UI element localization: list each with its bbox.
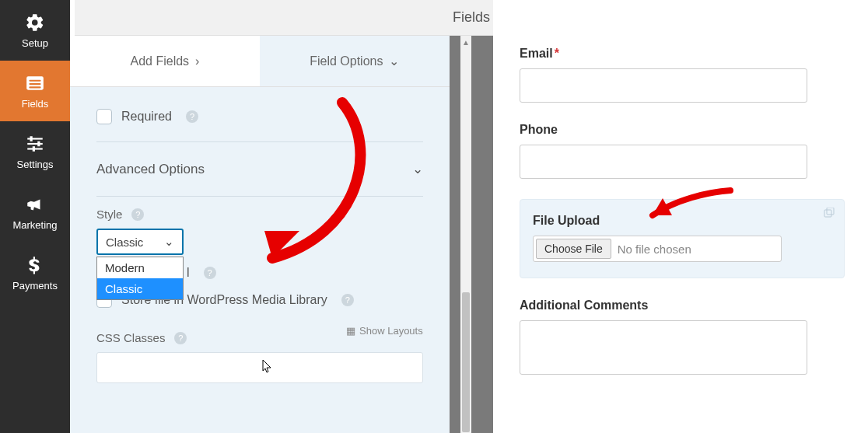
tab-add-fields[interactable]: Add Fields › xyxy=(70,36,260,86)
tab-label: Add Fields xyxy=(130,54,189,68)
style-label-row: Style ? xyxy=(96,208,423,221)
show-layouts-link[interactable]: ▦ Show Layouts xyxy=(346,325,423,337)
form-preview: Email* Phone File Upload Choose File No … xyxy=(493,0,868,433)
phone-label: Phone xyxy=(520,123,845,137)
style-label: Style xyxy=(96,208,122,221)
sidebar-item-label: Fields xyxy=(22,98,49,110)
svg-rect-3 xyxy=(29,86,40,88)
css-classes-input[interactable] xyxy=(96,352,423,383)
dollar-icon xyxy=(25,255,45,275)
section-title: Advanced Options xyxy=(96,162,205,177)
show-layouts-label: Show Layouts xyxy=(359,325,423,337)
style-option-modern[interactable]: Modern xyxy=(97,257,183,278)
tab-field-options[interactable]: Field Options ⌄ xyxy=(260,36,450,86)
style-dropdown: Modern Classic xyxy=(96,257,184,300)
sidebar-item-label: Payments xyxy=(12,280,58,292)
divider xyxy=(96,141,423,142)
help-icon[interactable]: ? xyxy=(341,294,354,306)
svg-rect-7 xyxy=(30,136,33,141)
svg-rect-11 xyxy=(827,208,834,215)
bullhorn-icon xyxy=(25,194,45,215)
panel-body: Required ? Advanced Options ⌄ Style ? Cl… xyxy=(70,87,450,433)
sidebar-item-setup[interactable]: Setup xyxy=(0,0,70,61)
svg-rect-10 xyxy=(824,210,831,217)
grid-icon: ▦ xyxy=(346,325,355,337)
options-panel: Add Fields › Field Options ⌄ Required ? … xyxy=(70,0,450,433)
help-icon[interactable]: ? xyxy=(186,110,198,123)
scroll-thumb[interactable] xyxy=(462,292,470,432)
gear-icon xyxy=(25,12,45,33)
sidebar-item-payments[interactable]: Payments xyxy=(0,243,70,303)
partial-label: l xyxy=(187,266,190,280)
svg-rect-2 xyxy=(29,83,40,85)
help-icon[interactable]: ? xyxy=(204,267,216,279)
comments-field-group: Additional Comments xyxy=(520,299,845,377)
file-upload-block[interactable]: File Upload Choose File No file chosen xyxy=(520,199,845,278)
chevron-down-icon: ⌄ xyxy=(389,54,399,68)
phone-input[interactable] xyxy=(520,145,807,179)
sidebar: Setup Fields Settings Marketing Payments xyxy=(0,0,70,433)
duplicate-icon[interactable] xyxy=(822,208,835,222)
file-status-text: No file chosen xyxy=(618,243,691,256)
tab-label: Field Options xyxy=(310,54,383,68)
file-upload-label: File Upload xyxy=(533,214,831,228)
panel-tabs: Add Fields › Field Options ⌄ xyxy=(70,36,450,87)
chevron-right-icon: › xyxy=(195,54,199,68)
scrollbar[interactable]: ▲ xyxy=(460,36,471,433)
scroll-up-icon[interactable]: ▲ xyxy=(460,36,471,48)
choose-file-button[interactable]: Choose File xyxy=(536,239,611,259)
divider xyxy=(96,196,423,197)
svg-rect-9 xyxy=(33,146,35,152)
chevron-down-icon: ⌄ xyxy=(164,235,174,249)
style-select-value: Classic xyxy=(106,236,143,249)
file-input-row: Choose File No file chosen xyxy=(533,236,782,262)
required-asterisk: * xyxy=(555,47,559,60)
email-label: Email* xyxy=(520,47,845,61)
svg-rect-4 xyxy=(27,138,43,139)
svg-rect-1 xyxy=(29,79,40,81)
css-classes-row: CSS Classes ? ▦ Show Layouts xyxy=(96,325,423,383)
css-classes-label: CSS Classes xyxy=(96,331,165,344)
svg-rect-8 xyxy=(37,141,40,146)
style-option-classic[interactable]: Classic xyxy=(97,278,183,299)
chevron-down-icon: ⌄ xyxy=(412,161,423,177)
sidebar-item-label: Marketing xyxy=(12,219,57,231)
svg-rect-5 xyxy=(27,142,43,144)
sliders-icon xyxy=(25,134,45,154)
email-label-text: Email xyxy=(520,47,553,60)
sidebar-item-label: Setup xyxy=(22,37,48,49)
required-row: Required ? xyxy=(96,103,423,131)
comments-label: Additional Comments xyxy=(520,299,845,313)
phone-field-group: Phone xyxy=(520,123,845,179)
sidebar-item-label: Settings xyxy=(17,159,54,170)
advanced-options-toggle[interactable]: Advanced Options ⌄ xyxy=(96,153,423,185)
list-icon xyxy=(25,73,45,93)
comments-textarea[interactable] xyxy=(520,320,807,375)
required-label: Required xyxy=(121,110,172,124)
sidebar-item-marketing[interactable]: Marketing xyxy=(0,182,70,243)
email-field-group: Email* xyxy=(520,47,845,103)
required-checkbox[interactable] xyxy=(96,109,112,124)
email-input[interactable] xyxy=(520,68,807,103)
help-icon[interactable]: ? xyxy=(131,208,144,221)
page-title: Fields xyxy=(453,9,490,26)
sidebar-item-settings[interactable]: Settings xyxy=(0,121,70,182)
sidebar-item-fields[interactable]: Fields xyxy=(0,61,70,121)
style-select[interactable]: Classic ⌄ Modern Classic xyxy=(96,229,184,255)
help-icon[interactable]: ? xyxy=(174,332,187,344)
